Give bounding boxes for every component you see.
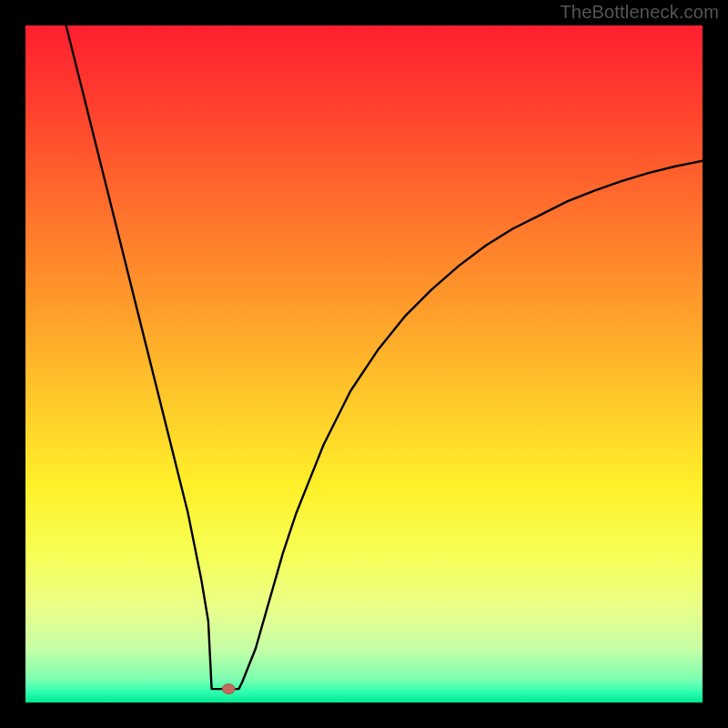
plot-area	[25, 25, 703, 703]
watermark-text: TheBottleneck.com	[560, 2, 719, 23]
bottleneck-chart	[25, 25, 703, 703]
chart-frame: TheBottleneck.com	[0, 0, 728, 728]
gradient-background	[25, 25, 703, 703]
optimal-point-marker	[222, 684, 235, 694]
